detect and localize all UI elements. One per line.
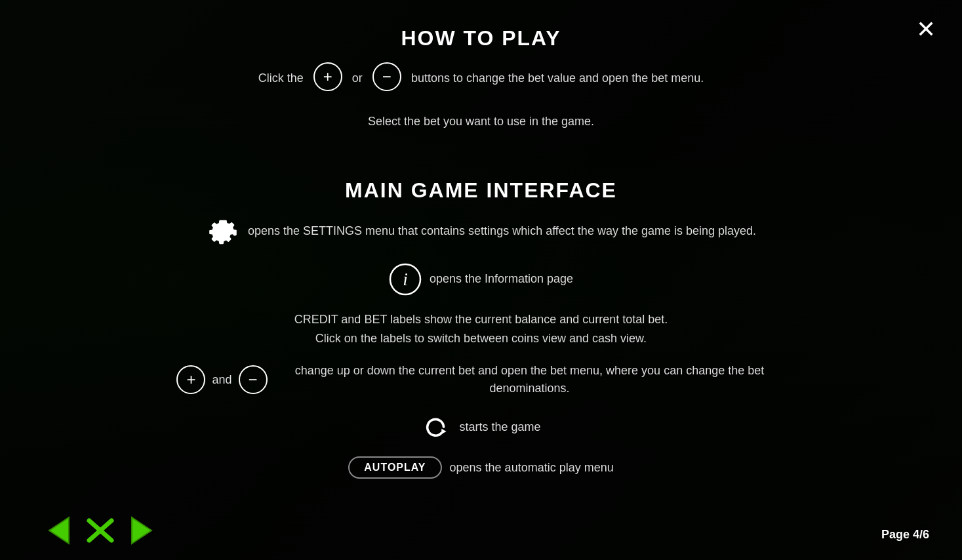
spin-icon [421, 412, 451, 442]
info-icon: i [389, 263, 422, 296]
bet-change-row: + and − change up or down the current be… [131, 362, 831, 397]
bet-change-text: change up or down the current bet and op… [274, 362, 786, 397]
spin-text: starts the game [459, 418, 540, 436]
and-label: and [212, 371, 231, 389]
credit-row: CREDIT and BET labels show the current b… [131, 310, 831, 348]
autoplay-row: AUTOPLAY opens the automatic play menu [131, 456, 831, 479]
how-to-play-line2: Select the bet you want to use in the ga… [368, 112, 594, 138]
settings-text: opens the SETTINGS menu that contains se… [248, 222, 756, 240]
minus-icon-header: − [372, 62, 401, 91]
plus-icon-bet: + [176, 365, 205, 394]
main-game-section: MAIN GAME INTERFACE opens the SETTINGS m… [131, 178, 831, 494]
minus-icon-bet: − [239, 365, 268, 394]
autoplay-text: opens the automatic play menu [450, 459, 614, 477]
info-row: i opens the Information page [131, 263, 831, 296]
credit-text: CREDIT and BET labels show the current b… [294, 310, 668, 348]
main-content: HOW TO PLAY Click the + or − buttons to … [0, 0, 962, 560]
autoplay-button[interactable]: AUTOPLAY [348, 456, 441, 479]
svg-marker-2 [442, 429, 447, 434]
spin-row: starts the game [131, 412, 831, 442]
gear-icon [206, 214, 240, 249]
close-button[interactable]: ✕ [910, 13, 942, 46]
page-title: HOW TO PLAY [401, 26, 561, 50]
svg-text:i: i [403, 269, 408, 289]
settings-row: opens the SETTINGS menu that contains se… [131, 214, 831, 249]
line1-text: Click the + or − buttons to change the b… [258, 62, 704, 91]
plus-icon-header: + [313, 62, 342, 91]
line2-text: Select the bet you want to use in the ga… [368, 112, 594, 131]
how-to-play-line1: Click the + or − buttons to change the b… [258, 62, 704, 98]
info-text: opens the Information page [430, 270, 573, 288]
main-section-title: MAIN GAME INTERFACE [131, 178, 831, 203]
